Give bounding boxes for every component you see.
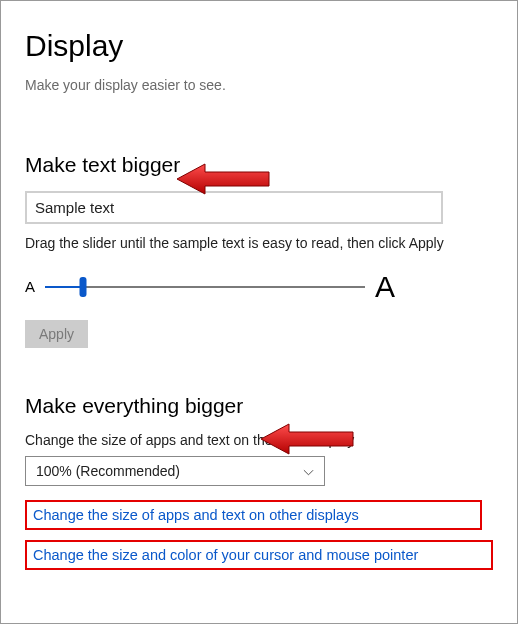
section-make-everything-bigger: Make everything bigger — [25, 394, 493, 418]
apply-button[interactable]: Apply — [25, 320, 88, 348]
slider-instructions: Drag the slider until the sample text is… — [25, 234, 493, 254]
link-highlight-box: Change the size and color of your cursor… — [25, 540, 493, 570]
scaling-dropdown[interactable]: 100% (Recommended) — [25, 456, 325, 486]
scaling-label: Change the size of apps and text on the … — [25, 432, 493, 448]
page-subtitle: Make your display easier to see. — [25, 77, 493, 93]
sample-text-preview: Sample text — [25, 191, 443, 224]
link-highlight-box: Change the size of apps and text on othe… — [25, 500, 482, 530]
text-size-slider[interactable] — [45, 278, 365, 296]
slider-thumb[interactable] — [80, 277, 87, 297]
slider-max-label: A — [375, 270, 395, 304]
page-title: Display — [25, 29, 493, 63]
section-make-text-bigger: Make text bigger — [25, 153, 493, 177]
text-size-slider-row: A A — [25, 270, 395, 304]
slider-fill — [45, 286, 83, 288]
scaling-dropdown-value: 100% (Recommended) — [36, 463, 180, 479]
slider-track — [45, 286, 365, 288]
link-cursor-pointer[interactable]: Change the size and color of your cursor… — [33, 547, 418, 563]
chevron-down-icon — [303, 465, 314, 476]
slider-min-label: A — [25, 278, 35, 295]
link-other-displays[interactable]: Change the size of apps and text on othe… — [33, 507, 359, 523]
